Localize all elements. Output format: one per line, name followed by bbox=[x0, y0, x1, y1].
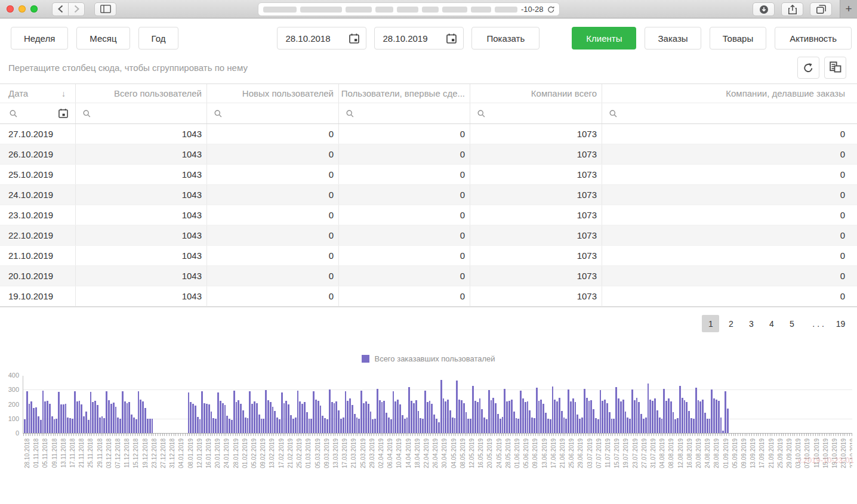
cell-value: 1043 bbox=[76, 165, 207, 184]
column-chooser-button[interactable] bbox=[824, 57, 846, 79]
x-tick bbox=[171, 434, 173, 436]
chart-bar bbox=[620, 401, 622, 433]
x-tick bbox=[492, 434, 494, 436]
x-tick bbox=[642, 434, 644, 436]
new-tab-button[interactable]: + bbox=[840, 0, 857, 18]
reload-icon[interactable] bbox=[547, 5, 554, 14]
x-tick bbox=[417, 434, 419, 436]
column-header-date[interactable]: Дата ↓ bbox=[0, 84, 76, 103]
x-axis-label: 25.03.2019 bbox=[360, 438, 366, 468]
column-header-total-users[interactable]: Всего пользователей bbox=[76, 84, 207, 103]
period-week-button[interactable]: Неделя bbox=[11, 27, 68, 50]
calendar-icon[interactable] bbox=[446, 33, 457, 44]
x-tick bbox=[449, 434, 451, 436]
filter-input[interactable] bbox=[489, 109, 596, 118]
date-to-field[interactable] bbox=[374, 27, 464, 50]
x-tick bbox=[116, 434, 118, 436]
x-tick bbox=[524, 434, 526, 436]
table-row[interactable]: 22.10.201910430010730 bbox=[0, 225, 857, 246]
x-tick bbox=[581, 434, 582, 436]
period-year-button[interactable]: Год bbox=[138, 27, 179, 50]
cell-date: 25.10.2019 bbox=[0, 165, 76, 184]
x-tick bbox=[317, 434, 319, 436]
zoom-window-button[interactable] bbox=[30, 5, 38, 13]
table-row[interactable]: 26.10.201910430010730 bbox=[0, 144, 857, 165]
x-axis-label: 23.07.2019 bbox=[632, 438, 639, 468]
share-button[interactable] bbox=[781, 2, 803, 16]
filter-cell-date[interactable] bbox=[0, 103, 76, 123]
table-row[interactable]: 24.10.201910430010730 bbox=[0, 185, 857, 205]
filter-cell-first-order-users[interactable] bbox=[339, 103, 470, 123]
revert-button[interactable] bbox=[797, 57, 819, 79]
filter-cell-total-users[interactable] bbox=[76, 103, 207, 123]
table-row[interactable]: 27.10.201910430010730 bbox=[0, 124, 857, 144]
nav-button-products[interactable]: Товары bbox=[710, 27, 767, 50]
x-tick bbox=[151, 434, 153, 436]
x-tick bbox=[649, 434, 651, 436]
table-row[interactable]: 20.10.201910430010730 bbox=[0, 266, 857, 286]
column-header-companies-total[interactable]: Компании всего bbox=[470, 84, 602, 103]
column-header-new-users[interactable]: Новых пользователей bbox=[207, 84, 339, 103]
forward-button[interactable] bbox=[68, 2, 85, 16]
x-tick bbox=[522, 434, 523, 436]
back-button[interactable] bbox=[52, 2, 69, 16]
x-axis-label: 12.05.2019 bbox=[468, 438, 475, 468]
downloads-button[interactable] bbox=[753, 2, 775, 16]
filter-input[interactable] bbox=[357, 109, 464, 118]
pager-ellipsis: ... bbox=[810, 315, 829, 332]
chart-bar bbox=[565, 419, 567, 433]
cell-value: 1073 bbox=[470, 246, 602, 265]
filter-input[interactable] bbox=[226, 109, 332, 118]
chart[interactable]: Всего заказавших пользоваталей 010020030… bbox=[0, 354, 857, 481]
chart-bar bbox=[506, 401, 508, 433]
pager-page-5[interactable]: 5 bbox=[783, 315, 800, 332]
x-tick bbox=[749, 434, 751, 436]
column-header-first-order-users[interactable]: Пользователи, впервые сде... bbox=[339, 84, 470, 103]
nav-button-clients[interactable]: Клиенты bbox=[572, 27, 636, 50]
address-bar[interactable]: -10-28 bbox=[258, 2, 560, 16]
table-row[interactable]: 25.10.201910430010730 bbox=[0, 165, 857, 185]
sidebar-toggle-button[interactable] bbox=[94, 2, 116, 16]
filter-input[interactable] bbox=[94, 109, 201, 118]
x-axis-label: 04.01.2019 bbox=[178, 438, 184, 468]
calendar-icon[interactable] bbox=[349, 33, 359, 44]
close-window-button[interactable] bbox=[7, 5, 14, 13]
redacted-url-segment bbox=[397, 7, 418, 13]
date-to-input[interactable] bbox=[383, 33, 437, 44]
pager-page-2[interactable]: 2 bbox=[722, 315, 739, 332]
table-row[interactable]: 23.10.201910430010730 bbox=[0, 205, 857, 225]
calendar-icon[interactable] bbox=[58, 109, 68, 118]
pager-page-19[interactable]: 19 bbox=[832, 315, 849, 332]
x-axis-label: 25.11.2018 bbox=[87, 438, 94, 468]
date-from-input[interactable] bbox=[285, 33, 340, 44]
x-tick bbox=[833, 434, 835, 436]
show-button[interactable]: Показать bbox=[471, 27, 540, 50]
filter-input[interactable] bbox=[621, 109, 851, 118]
pager-page-1[interactable]: 1 bbox=[702, 315, 719, 332]
chart-plot-area[interactable]: 0100200300400 bbox=[23, 376, 852, 434]
nav-button-activity[interactable]: Активность bbox=[775, 27, 852, 50]
x-tick bbox=[505, 434, 507, 436]
x-tick bbox=[590, 434, 591, 436]
column-header-companies-ordered[interactable]: Компании, делавшие заказы bbox=[602, 84, 857, 103]
pager: 12345...19 bbox=[0, 315, 849, 332]
period-month-button[interactable]: Месяц bbox=[76, 27, 130, 50]
cell-date: 27.10.2019 bbox=[0, 124, 76, 144]
date-from-field[interactable] bbox=[277, 27, 366, 50]
chart-bar bbox=[570, 401, 572, 433]
table-row[interactable]: 19.10.201910430010730 bbox=[0, 286, 857, 307]
filter-cell-companies-ordered[interactable] bbox=[602, 103, 857, 123]
nav-button-orders[interactable]: Заказы bbox=[645, 27, 701, 50]
chart-bar bbox=[643, 419, 645, 433]
chart-bar bbox=[634, 400, 636, 433]
chart-ticks bbox=[23, 434, 852, 436]
minimize-window-button[interactable] bbox=[19, 5, 26, 13]
filter-cell-new-users[interactable] bbox=[207, 103, 339, 123]
table-row[interactable]: 21.10.201910430010730 bbox=[0, 246, 857, 266]
pager-page-4[interactable]: 4 bbox=[763, 315, 780, 332]
filter-cell-companies-total[interactable] bbox=[470, 103, 602, 123]
pager-page-3[interactable]: 3 bbox=[742, 315, 760, 332]
x-tick bbox=[829, 434, 831, 436]
tab-overview-button[interactable] bbox=[810, 2, 832, 16]
x-axis-label: 21.09.2019 bbox=[768, 438, 775, 468]
